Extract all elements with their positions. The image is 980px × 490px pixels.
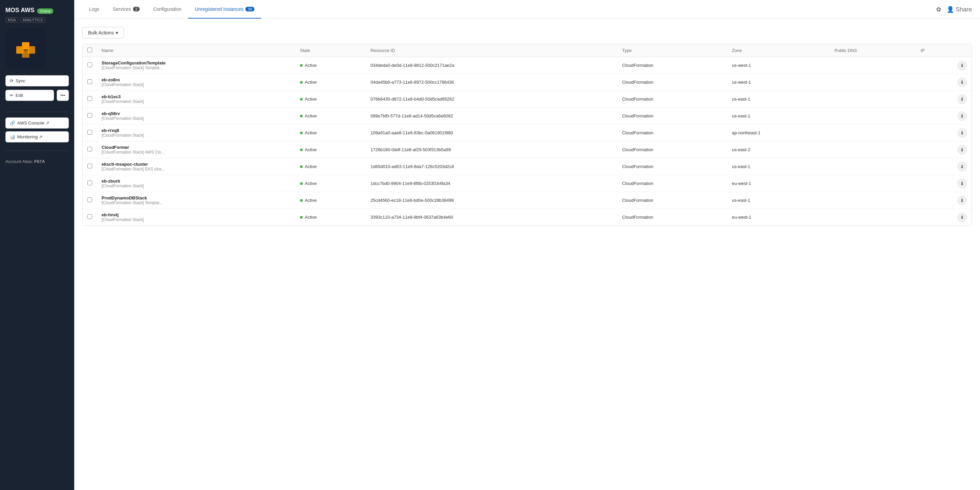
download-button[interactable]: ⬇ [958,111,967,121]
row-checkbox[interactable] [88,113,92,118]
download-button[interactable]: ⬇ [958,78,967,87]
status-dot-icon [300,165,303,168]
edit-button[interactable]: ✏ Edit [5,90,54,101]
tab-logs[interactable]: Logs [82,0,106,19]
download-button[interactable]: ⬇ [958,61,967,70]
row-checkbox-cell[interactable] [83,209,97,226]
aws-console-button[interactable]: 🔗 AWS Console ↗ [5,118,69,129]
row-sub: [CloudFormation Stack] EKS clus... [102,167,291,172]
col-name: Name [97,44,295,57]
row-type: CloudFormation [617,158,727,175]
row-public-dns [830,57,916,74]
row-sub: [CloudFormation Stack] AWS Clo... [102,150,291,154]
status-dot-icon [300,216,303,219]
row-name: ProdDynamoDBStack [102,196,291,200]
row-download-cell: ⬇ [953,124,972,142]
settings-icon[interactable]: ✿ [936,6,941,13]
row-name-cell: eksctl-msapoc-cluster [CloudFormation St… [97,158,295,175]
row-checkbox[interactable] [88,164,92,169]
monitoring-button[interactable]: 📊 Monitoring ↗ [5,131,69,142]
row-sub: [CloudFormation Stack] [102,99,291,104]
tab-configuration[interactable]: Configuration [146,0,188,19]
row-checkbox[interactable] [88,147,92,151]
download-button[interactable]: ⬇ [958,162,967,172]
col-state: State [295,44,366,57]
row-checkbox[interactable] [88,197,92,202]
row-state: Active [300,113,361,118]
share-icon[interactable]: 👤 Share [947,6,972,13]
download-button[interactable]: ⬇ [958,196,967,205]
status-dot-icon [300,148,303,151]
row-state-cell: Active [295,91,366,108]
download-button[interactable]: ⬇ [958,128,967,138]
sidebar-divider-2 [5,151,69,151]
row-public-dns [830,192,916,209]
tab-unregistered-instances[interactable]: Unregistered Instances 39 [188,0,261,19]
table-row: eb-zburb [CloudFormation Stack] Active 1… [83,175,972,192]
download-button[interactable]: ⬇ [958,94,967,104]
row-download-cell: ⬇ [953,209,972,226]
row-public-dns [830,175,916,192]
row-checkbox-cell[interactable] [83,158,97,175]
dropdown-arrow-icon: ▾ [116,30,118,35]
sidebar-actions: ⟳ Sync ✏ Edit ••• [5,75,69,101]
row-checkbox[interactable] [88,181,92,185]
account-alias: Account Alias: F67A [5,159,69,164]
download-icon: ⬇ [960,80,964,85]
row-checkbox[interactable] [88,130,92,135]
row-sub: [CloudFormation Stack] Templat... [102,65,291,70]
row-zone: us-east-1 [727,158,830,175]
status-dot-icon [300,182,303,185]
row-checkbox-cell[interactable] [83,192,97,209]
row-checkbox-cell[interactable] [83,175,97,192]
row-state: Active [300,147,361,152]
row-ip [916,158,953,175]
row-resource-id: 109a91a0-aae8-11e8-83bc-0a061901f980 [366,124,617,142]
row-ip [916,91,953,108]
content-area: Bulk Actions ▾ Name State Resource ID [74,19,980,490]
download-button[interactable]: ⬇ [958,213,967,222]
row-ip [916,124,953,142]
row-public-dns [830,209,916,226]
row-checkbox-cell[interactable] [83,57,97,74]
col-ip: IP [916,44,953,57]
row-ip [916,74,953,91]
table-row: eb-b1ec3 [CloudFormation Stack] Active 0… [83,91,972,108]
status-dot-icon [300,199,303,202]
row-checkbox-cell[interactable] [83,108,97,124]
more-button[interactable]: ••• [57,90,69,101]
tab-services[interactable]: Services 2 [106,0,146,19]
row-sub: [CloudFormation Stack] [102,116,291,121]
row-checkbox[interactable] [88,62,92,67]
app-logo [5,28,46,68]
row-checkbox[interactable] [88,79,92,84]
row-checkbox-cell[interactable] [83,142,97,158]
table-row: eb-zo8ro [CloudFormation Stack] Active 0… [83,74,972,91]
row-name: StorageConfigurationTemplate [102,60,291,65]
row-checkbox-cell[interactable] [83,91,97,108]
row-resource-id: 3393c110-a734-11e9-9bf4-0637a63b4e60 [366,209,617,226]
select-all-checkbox[interactable] [88,48,92,52]
row-type: CloudFormation [617,108,727,124]
download-button[interactable]: ⬇ [958,145,967,154]
status-dot-icon [300,132,303,134]
row-checkbox-cell[interactable] [83,124,97,142]
row-zone: us-east-1 [727,91,830,108]
bulk-actions-button[interactable]: Bulk Actions ▾ [82,27,124,38]
status-dot-icon [300,64,303,67]
select-all-header[interactable] [83,44,97,57]
row-checkbox[interactable] [88,96,92,101]
row-public-dns [830,124,916,142]
download-button[interactable]: ⬇ [958,179,967,188]
svg-rect-3 [22,50,29,58]
row-state: Active [300,63,361,68]
row-checkbox-cell[interactable] [83,74,97,91]
app-title: MOS AWS [5,7,34,14]
row-name-cell: CloudFormer [CloudFormation Stack] AWS C… [97,142,295,158]
row-type: CloudFormation [617,142,727,158]
online-badge: Online [37,8,53,14]
row-name: eb-rrxq8 [102,128,291,133]
edit-icon: ✏ [10,93,13,98]
row-checkbox[interactable] [88,214,92,219]
sync-button[interactable]: ⟳ Sync [5,75,69,86]
